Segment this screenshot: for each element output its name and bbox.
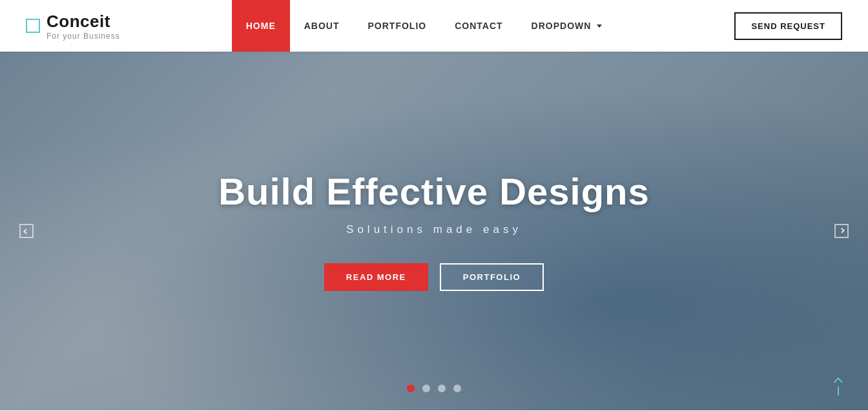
navbar: Conceit For your Business HOME ABOUT POR… — [0, 0, 868, 52]
nav-link-contact[interactable]: CONTACT — [440, 0, 517, 52]
nav-link-home[interactable]: HOME — [232, 0, 290, 52]
logo[interactable]: Conceit For your Business — [26, 12, 120, 41]
nav-dropdown-label: DROPDOWN — [532, 21, 592, 31]
nav-link-dropdown[interactable]: DROPDOWN — [517, 0, 617, 52]
arrow-left-icon — [23, 228, 28, 234]
nav-link-about[interactable]: ABOUT — [290, 0, 354, 52]
logo-icon — [26, 19, 40, 33]
logo-title: Conceit — [46, 12, 120, 32]
scroll-to-top-button[interactable] — [828, 377, 849, 397]
slider-dot-4[interactable] — [453, 385, 461, 392]
logo-subtitle: For your Business — [46, 32, 120, 41]
slider-dots — [407, 385, 461, 392]
slider-dot-1[interactable] — [407, 385, 415, 392]
nav-item-dropdown[interactable]: DROPDOWN — [517, 0, 617, 52]
hero-buttons: READ MORE PORTFOLIO — [218, 263, 650, 291]
nav-link-portfolio[interactable]: PORTFOLIO — [354, 0, 441, 52]
slider-prev-button[interactable] — [19, 224, 34, 238]
nav-item-portfolio[interactable]: PORTFOLIO — [354, 0, 441, 52]
send-request-button[interactable]: SEND REQUEST — [734, 12, 842, 40]
slider-dot-2[interactable] — [422, 385, 430, 392]
chevron-down-icon — [597, 25, 602, 28]
arrow-right-icon — [839, 228, 844, 233]
logo-text: Conceit For your Business — [46, 12, 120, 41]
read-more-button[interactable]: READ MORE — [324, 263, 428, 291]
portfolio-button[interactable]: PORTFOLIO — [440, 263, 544, 291]
nav-item-home[interactable]: HOME — [232, 0, 290, 52]
hero-title: Build Effective Designs — [218, 171, 650, 212]
nav-item-contact[interactable]: CONTACT — [440, 0, 517, 52]
hero-subtitle: Solutions made easy — [218, 223, 650, 236]
nav-menu: HOME ABOUT PORTFOLIO CONTACT DROPDOWN — [232, 0, 617, 52]
scroll-top-arrow-icon — [834, 377, 843, 386]
nav-item-about[interactable]: ABOUT — [290, 0, 354, 52]
hero-content: Build Effective Designs Solutions made e… — [218, 171, 650, 292]
hero-section: Build Effective Designs Solutions made e… — [0, 52, 868, 410]
slider-next-button[interactable] — [834, 224, 849, 238]
slider-dot-3[interactable] — [438, 385, 446, 392]
scroll-top-line-icon — [838, 386, 839, 396]
